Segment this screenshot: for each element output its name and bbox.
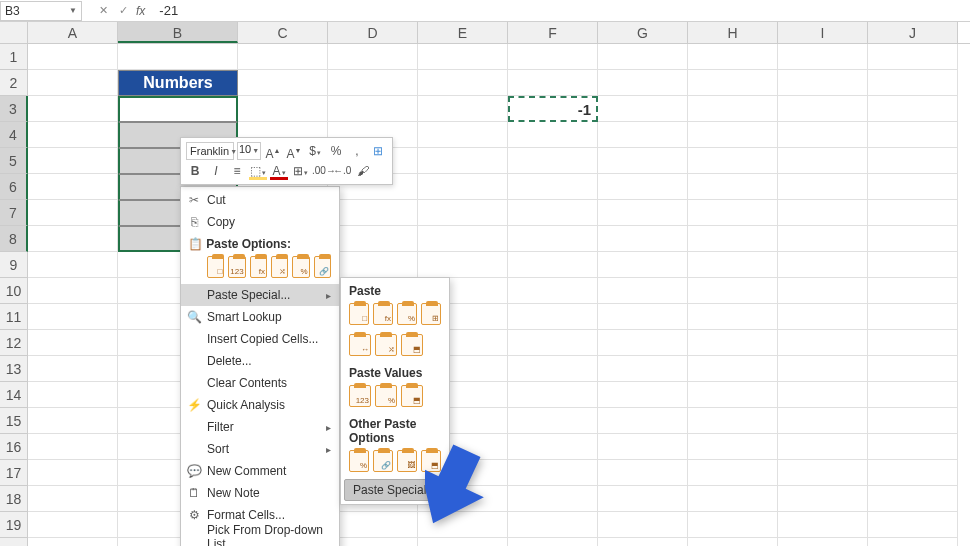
cell[interactable] [28,486,118,512]
cell[interactable] [598,512,688,538]
fill-color-icon[interactable]: ⬚▾ [249,162,267,180]
cell[interactable] [688,226,778,252]
sub-values-format-icon[interactable]: % [375,385,397,407]
col-header-B[interactable]: B [118,22,238,43]
cell[interactable] [508,460,598,486]
cell[interactable] [328,70,418,96]
formula-bar-input[interactable]: -21 [159,3,178,18]
cell[interactable] [868,382,958,408]
cell[interactable] [418,122,508,148]
cell[interactable] [778,330,868,356]
cell[interactable] [28,382,118,408]
cell[interactable] [28,44,118,70]
cell[interactable] [688,70,778,96]
cell[interactable] [688,408,778,434]
cell[interactable] [508,70,598,96]
row-header-8[interactable]: 8 [0,226,28,252]
row-header-6[interactable]: 6 [0,174,28,200]
cell[interactable] [508,148,598,174]
cell[interactable] [508,434,598,460]
cell[interactable] [28,226,118,252]
paste-transpose-icon[interactable]: ⤭ [271,256,288,278]
currency-icon[interactable]: $▾ [306,142,324,160]
cell[interactable] [238,44,328,70]
cell[interactable] [418,96,508,122]
cell[interactable] [688,200,778,226]
format-painter-icon[interactable]: 🖌 [354,162,372,180]
col-header-F[interactable]: F [508,22,598,43]
cell[interactable] [778,252,868,278]
col-header-J[interactable]: J [868,22,958,43]
decimal-remove-icon[interactable]: ←.0 [333,162,351,180]
sub-paste-transpose-icon[interactable]: ⤭ [375,334,397,356]
cell[interactable] [328,226,418,252]
cell[interactable] [688,304,778,330]
menu-insert-copied[interactable]: Insert Copied Cells... [181,328,339,350]
cell[interactable] [688,148,778,174]
cell[interactable] [868,538,958,546]
row-header-15[interactable]: 15 [0,408,28,434]
row-header-1[interactable]: 1 [0,44,28,70]
cell[interactable] [28,330,118,356]
menu-sort[interactable]: Sort▸ [181,438,339,460]
cell[interactable] [778,96,868,122]
italic-icon[interactable]: I [207,162,225,180]
row-header-14[interactable]: 14 [0,382,28,408]
col-header-I[interactable]: I [778,22,868,43]
cell[interactable] [28,122,118,148]
sub-other-link-icon[interactable]: 🔗 [373,450,393,472]
menu-quick-analysis[interactable]: ⚡Quick Analysis [181,394,339,416]
cell[interactable] [778,408,868,434]
cell[interactable] [868,330,958,356]
cell[interactable] [598,44,688,70]
cell[interactable] [868,460,958,486]
cell[interactable] [868,356,958,382]
table-icon[interactable]: ⊞ [369,142,387,160]
cell[interactable] [328,252,418,278]
cell[interactable] [598,174,688,200]
row-header-17[interactable]: 17 [0,460,28,486]
cell[interactable] [778,200,868,226]
cell[interactable] [688,382,778,408]
cell[interactable] [328,538,418,546]
sub-values-source-icon[interactable]: ⬒ [401,385,423,407]
cell[interactable] [778,486,868,512]
menu-new-note[interactable]: 🗒New Note [181,482,339,504]
cell[interactable] [778,512,868,538]
cell[interactable] [508,252,598,278]
cell[interactable] [868,512,958,538]
decimal-add-icon[interactable]: .00→ [312,162,330,180]
cell[interactable] [778,356,868,382]
cell[interactable] [778,122,868,148]
cancel-icon[interactable]: ✕ [96,4,110,17]
row-header-10[interactable]: 10 [0,278,28,304]
cell[interactable] [868,70,958,96]
confirm-icon[interactable]: ✓ [116,4,130,17]
cell[interactable] [778,148,868,174]
sub-other-formatting-icon[interactable]: % [349,450,369,472]
name-box-dropdown-icon[interactable]: ▼ [69,6,77,15]
cell[interactable] [28,252,118,278]
cell[interactable] [598,252,688,278]
row-header-19[interactable]: 19 [0,512,28,538]
cell[interactable] [598,538,688,546]
paste-values-icon[interactable]: 123 [228,256,245,278]
cell[interactable] [598,356,688,382]
cell[interactable] [688,486,778,512]
paste-formulas-icon[interactable]: fx [250,256,267,278]
sub-paste-widths-icon[interactable]: ↔ [349,334,371,356]
cell[interactable] [868,252,958,278]
increase-font-icon[interactable]: A▲ [264,142,282,160]
cell[interactable] [598,382,688,408]
cell[interactable] [418,70,508,96]
cell[interactable] [328,96,418,122]
cell[interactable] [598,278,688,304]
cell[interactable] [688,252,778,278]
cell[interactable] [508,382,598,408]
cell[interactable] [28,278,118,304]
sub-paste-merge-icon[interactable]: ⬒ [401,334,423,356]
cell[interactable] [28,304,118,330]
cell[interactable] [418,148,508,174]
cell[interactable] [508,226,598,252]
cell[interactable] [778,382,868,408]
